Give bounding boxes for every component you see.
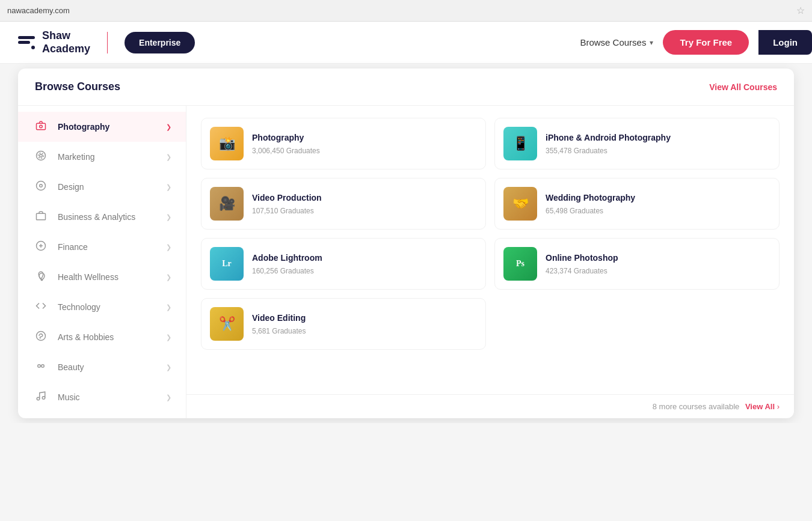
category-item-marketing[interactable]: Marketing ❯ <box>18 142 186 172</box>
header-nav: Browse Courses ▾ Try For Free Login <box>580 30 794 55</box>
svg-point-14 <box>37 397 40 400</box>
logo-divider <box>107 32 108 53</box>
login-button[interactable]: Login <box>758 30 812 55</box>
photography-icon <box>32 120 49 133</box>
svg-point-11 <box>37 332 46 341</box>
chevron-right-icon: ❯ <box>166 123 171 131</box>
category-label-business: Business & Analytics <box>58 212 166 222</box>
chevron-right-icon: ❯ <box>166 394 171 401</box>
category-item-technology[interactable]: Technology ❯ <box>18 292 186 322</box>
category-label-arts: Arts & Hobbies <box>58 332 166 342</box>
course-info-lightroom: Adobe Lightroom 160,256 Graduates <box>252 252 477 275</box>
course-info-editing: Video Editing 5,681 Graduates <box>252 312 477 335</box>
course-name-lightroom: Adobe Lightroom <box>252 252 477 263</box>
course-graduates-iphone: 355,478 Graduates <box>546 147 770 155</box>
svg-point-6 <box>40 184 43 187</box>
course-thumb-editing: ✂️ <box>210 307 244 341</box>
url-text: nawacademy.com <box>7 6 70 15</box>
category-label-technology: Technology <box>58 302 166 312</box>
category-label-marketing: Marketing <box>58 152 166 162</box>
course-card-photoshop[interactable]: Ps Online Photoshop 423,374 Graduates <box>494 238 780 290</box>
try-free-button[interactable]: Try For Free <box>663 30 749 55</box>
arts-icon <box>32 331 49 344</box>
categories-sidebar: Photography ❯ Marketing ❯ Design ❯ Busin… <box>18 106 186 418</box>
chevron-right-icon: ❯ <box>166 213 171 221</box>
course-info-photography: Photography 3,006,450 Graduates <box>252 132 477 155</box>
svg-point-1 <box>40 125 43 128</box>
course-graduates-photoshop: 423,374 Graduates <box>546 267 770 275</box>
course-graduates-video-production: 107,510 Graduates <box>252 207 477 215</box>
category-label-music: Music <box>58 392 166 402</box>
marketing-icon <box>32 150 49 163</box>
more-courses-row: 8 more courses available View All › <box>186 394 794 418</box>
course-thumb-video-production: 🎥 <box>210 187 244 221</box>
course-graduates-editing: 5,681 Graduates <box>252 327 477 335</box>
category-item-business[interactable]: Business & Analytics ❯ <box>18 202 186 232</box>
logo-text: Shaw Academy <box>42 29 90 55</box>
category-label-finance: Finance <box>58 242 166 252</box>
course-card-iphone[interactable]: 📱 iPhone & Android Photography 355,478 G… <box>494 118 780 169</box>
business-icon <box>32 210 49 224</box>
course-graduates-photography: 3,006,450 Graduates <box>252 147 477 155</box>
dropdown-body: Photography ❯ Marketing ❯ Design ❯ Busin… <box>18 106 794 418</box>
course-card-photography[interactable]: 📸 Photography 3,006,450 Graduates <box>201 118 486 169</box>
music-icon <box>32 391 49 404</box>
browse-courses-label: Browse Courses <box>580 37 646 47</box>
course-graduates-wedding: 65,498 Graduates <box>546 207 770 215</box>
health-icon <box>32 270 49 284</box>
category-label-beauty: Beauty <box>58 362 166 372</box>
course-card-video-production[interactable]: 🎥 Video Production 107,510 Graduates <box>201 178 486 230</box>
course-thumb-photoshop: Ps <box>503 247 537 281</box>
course-thumb-iphone: 📱 <box>503 127 537 160</box>
category-item-finance[interactable]: Finance ❯ <box>18 232 186 262</box>
more-courses-text: 8 more courses available <box>653 402 740 411</box>
dropdown-title: Browse Courses <box>35 81 120 93</box>
category-item-beauty[interactable]: Beauty ❯ <box>18 352 186 382</box>
svg-rect-7 <box>37 213 46 220</box>
category-item-photography[interactable]: Photography ❯ <box>18 112 186 142</box>
category-label-design: Design <box>58 182 166 192</box>
svg-point-5 <box>37 181 46 190</box>
logo-area: Shaw Academy Enterprise <box>18 29 195 55</box>
bookmark-icon[interactable]: ☆ <box>796 5 805 16</box>
course-name-photoshop: Online Photoshop <box>546 252 770 263</box>
view-all-link-bottom[interactable]: View All <box>745 402 775 411</box>
beauty-icon <box>32 361 49 374</box>
chevron-right-icon: ❯ <box>166 334 171 341</box>
category-item-music[interactable]: Music ❯ <box>18 382 186 412</box>
finance-icon <box>32 240 49 254</box>
browse-courses-nav[interactable]: Browse Courses ▾ <box>580 37 653 47</box>
browse-courses-dropdown: Browse Courses View All Courses Photogra… <box>18 69 794 418</box>
chevron-right-icon: ❯ <box>166 153 171 161</box>
chevron-right-icon: ❯ <box>166 273 171 281</box>
category-item-arts[interactable]: Arts & Hobbies ❯ <box>18 322 186 352</box>
course-name-iphone: iPhone & Android Photography <box>546 132 770 143</box>
course-name-photography: Photography <box>252 132 477 143</box>
arrow-right-icon: › <box>777 402 780 411</box>
course-name-editing: Video Editing <box>252 312 477 323</box>
svg-point-12 <box>38 365 41 368</box>
chevron-right-icon: ❯ <box>166 303 171 311</box>
course-card-editing[interactable]: ✂️ Video Editing 5,681 Graduates <box>201 298 486 350</box>
course-thumb-lightroom: Lr <box>210 247 244 281</box>
category-item-health[interactable]: Health Wellness ❯ <box>18 262 186 292</box>
chevron-right-icon: ❯ <box>166 364 171 371</box>
course-info-video-production: Video Production 107,510 Graduates <box>252 192 477 215</box>
chevron-down-icon: ▾ <box>650 38 653 47</box>
category-label-photography: Photography <box>58 122 166 132</box>
course-card-lightroom[interactable]: Lr Adobe Lightroom 160,256 Graduates <box>201 238 486 290</box>
course-thumb-wedding: 🤝 <box>503 187 537 221</box>
svg-point-3 <box>40 154 43 157</box>
header: Shaw Academy Enterprise Browse Courses ▾… <box>0 22 812 64</box>
enterprise-button[interactable]: Enterprise <box>125 32 195 53</box>
chevron-right-icon: ❯ <box>166 183 171 191</box>
course-graduates-lightroom: 160,256 Graduates <box>252 267 477 275</box>
view-all-courses-link[interactable]: View All Courses <box>709 82 777 92</box>
shaw-academy-logo-icon <box>18 36 35 49</box>
svg-point-15 <box>42 397 45 400</box>
svg-point-4 <box>38 153 44 159</box>
course-card-wedding[interactable]: 🤝 Wedding Photography 65,498 Graduates <box>494 178 780 230</box>
dropdown-header: Browse Courses View All Courses <box>18 69 794 106</box>
category-item-design[interactable]: Design ❯ <box>18 172 186 202</box>
course-name-wedding: Wedding Photography <box>546 192 770 203</box>
